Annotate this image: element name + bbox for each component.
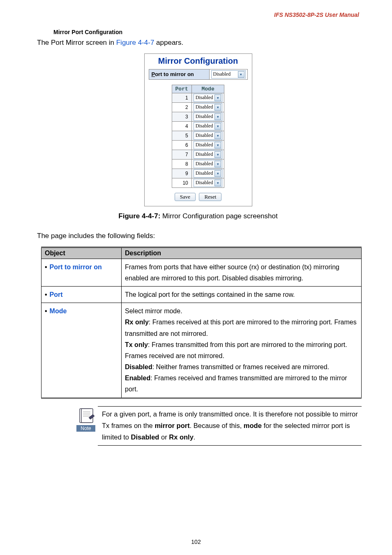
mode-value: Disabled xyxy=(196,104,213,110)
mode-value: Disabled xyxy=(196,142,213,148)
chevron-down-icon: ▾ xyxy=(214,180,221,186)
chevron-down-icon: ▾ xyxy=(214,95,221,101)
table-row: 10 Disabled▾ xyxy=(172,178,224,187)
obj-name-mode: •Mode xyxy=(42,303,122,398)
mode-select[interactable]: Disabled▾ xyxy=(194,150,223,159)
page-number: 102 xyxy=(0,539,392,545)
note-icon xyxy=(76,406,95,425)
obj-desc: Frames from ports that have either sourc… xyxy=(122,259,362,286)
mode-select[interactable]: Disabled▾ xyxy=(194,122,223,130)
table-row: 8 Disabled▾ xyxy=(172,159,224,169)
mode-select[interactable]: Disabled▾ xyxy=(194,160,223,168)
port-to-mirror-label: Port to mirror on xyxy=(149,69,210,79)
port-cell: 4 xyxy=(172,121,191,131)
obj-name-port: •Port xyxy=(42,286,122,303)
note-b4: Rx only xyxy=(169,433,194,441)
intro-post: appears. xyxy=(154,39,183,46)
chevron-down-icon: ▾ xyxy=(214,104,221,111)
chevron-down-icon: ▾ xyxy=(214,142,221,148)
figure-caption-rest: Mirror Configuration page screenshot xyxy=(160,212,277,220)
mode-tx-text: : Frames transmitted from this port are … xyxy=(125,341,347,359)
figure-caption-bold: Figure 4-4-7: xyxy=(118,212,160,220)
obj-label: Port xyxy=(50,291,63,298)
note-label: Note xyxy=(76,425,95,432)
note-icon-wrap: Note xyxy=(74,406,98,446)
mode-select[interactable]: Disabled▾ xyxy=(194,141,223,149)
obj-label: Mode xyxy=(50,308,67,314)
note-t4: or xyxy=(159,433,169,441)
mode-value: Disabled xyxy=(196,151,213,157)
mode-tx-label: Tx only xyxy=(125,341,148,348)
table-row: 1 Disabled▾ xyxy=(172,93,224,102)
chevron-down-icon: ▾ xyxy=(214,113,221,120)
port-to-mirror-accel: P xyxy=(152,71,155,77)
chevron-down-icon: ▾ xyxy=(214,132,221,139)
mode-rx-text: : Frames received at this port are mirro… xyxy=(125,319,357,337)
chevron-down-icon: ▾ xyxy=(214,161,221,167)
note-b3: Disabled xyxy=(131,433,159,441)
note-b1: mirror port xyxy=(154,422,189,429)
mode-table-th-port: Port xyxy=(172,85,191,93)
figure-link[interactable]: Figure 4-4-7 xyxy=(116,39,154,46)
obj-label: Port to mirror on xyxy=(50,264,102,271)
port-cell: 8 xyxy=(172,159,191,169)
note-text: For a given port, a frame is only transm… xyxy=(98,406,362,446)
obj-name-port-to-mirror: •Port to mirror on xyxy=(42,259,122,286)
obj-desc-mode: Select mirror mode. Rx only: Frames rece… xyxy=(122,303,362,398)
chevron-down-icon: ▾ xyxy=(238,71,244,78)
mode-value: Disabled xyxy=(196,132,213,139)
mode-value: Disabled xyxy=(196,113,213,120)
mode-select[interactable]: Disabled▾ xyxy=(194,94,223,102)
port-cell: 3 xyxy=(172,112,191,121)
mode-select[interactable]: Disabled▾ xyxy=(194,169,223,178)
doc-header: IFS NS3502-8P-2S User Manual xyxy=(274,12,359,18)
chevron-down-icon: ▾ xyxy=(214,170,221,177)
section-heading: Mirror Port Configuration xyxy=(53,29,359,35)
mirror-config-panel: Mirror Configuration Port to mirror on D… xyxy=(144,53,252,206)
save-button[interactable]: Save xyxy=(175,193,196,201)
table-row: 5 Disabled▾ xyxy=(172,131,224,140)
mode-value: Disabled xyxy=(196,161,213,167)
mode-enabled-label: Enabled xyxy=(125,375,150,382)
reset-button[interactable]: Reset xyxy=(199,193,221,201)
mode-value: Disabled xyxy=(196,180,213,186)
obj-th-description: Description xyxy=(122,247,362,259)
port-cell: 1 xyxy=(172,93,191,102)
note-t5: . xyxy=(194,433,196,441)
fields-intro: The page includes the following fields: xyxy=(37,231,359,241)
intro-pre: The Port Mirror screen in xyxy=(37,39,116,46)
object-description-table: Object Description •Port to mirror on Fr… xyxy=(41,247,362,399)
mode-select[interactable]: Disabled▾ xyxy=(194,179,223,187)
mode-value: Disabled xyxy=(196,95,213,101)
mode-table-th-mode: Mode xyxy=(191,85,224,93)
mode-disabled-text: : Neither frames transmitted or frames r… xyxy=(152,363,329,370)
port-cell: 10 xyxy=(172,178,191,187)
mode-line1: Select mirror mode. xyxy=(125,308,182,314)
table-row: 6 Disabled▾ xyxy=(172,140,224,150)
mode-rx-label: Rx only xyxy=(125,319,149,326)
mirror-panel-title: Mirror Configuration xyxy=(149,56,248,66)
table-row: 7 Disabled▾ xyxy=(172,150,224,159)
mode-select[interactable]: Disabled▾ xyxy=(194,132,223,140)
port-to-mirror-label-rest: ort to mirror on xyxy=(155,71,194,77)
mode-enabled-text: : Frames received and frames transmitted… xyxy=(125,375,347,393)
port-to-mirror-value: Disabled xyxy=(213,71,236,77)
chevron-down-icon: ▾ xyxy=(214,151,221,158)
table-row: 2 Disabled▾ xyxy=(172,102,224,112)
table-row: •Port to mirror on Frames from ports tha… xyxy=(42,259,362,286)
obj-desc: The logical port for the settings contai… xyxy=(122,286,362,303)
mode-select[interactable]: Disabled▾ xyxy=(194,113,223,121)
obj-th-object: Object xyxy=(42,247,122,259)
table-row: 3 Disabled▾ xyxy=(172,112,224,121)
figure-caption: Figure 4-4-7: Mirror Configuration page … xyxy=(37,212,359,220)
mode-select[interactable]: Disabled▾ xyxy=(194,103,223,111)
port-cell: 9 xyxy=(172,169,191,178)
mode-value: Disabled xyxy=(196,123,213,129)
note-b2: mode xyxy=(244,422,262,429)
port-to-mirror-select[interactable]: Disabled ▾ xyxy=(211,70,246,79)
mode-disabled-label: Disabled xyxy=(125,363,152,370)
table-row: •Mode Select mirror mode. Rx only: Frame… xyxy=(42,303,362,398)
mode-table: Port Mode 1 Disabled▾ 2 Disabled▾ 3 Disa… xyxy=(172,85,225,188)
chevron-down-icon: ▾ xyxy=(214,123,221,130)
mode-value: Disabled xyxy=(196,170,213,176)
